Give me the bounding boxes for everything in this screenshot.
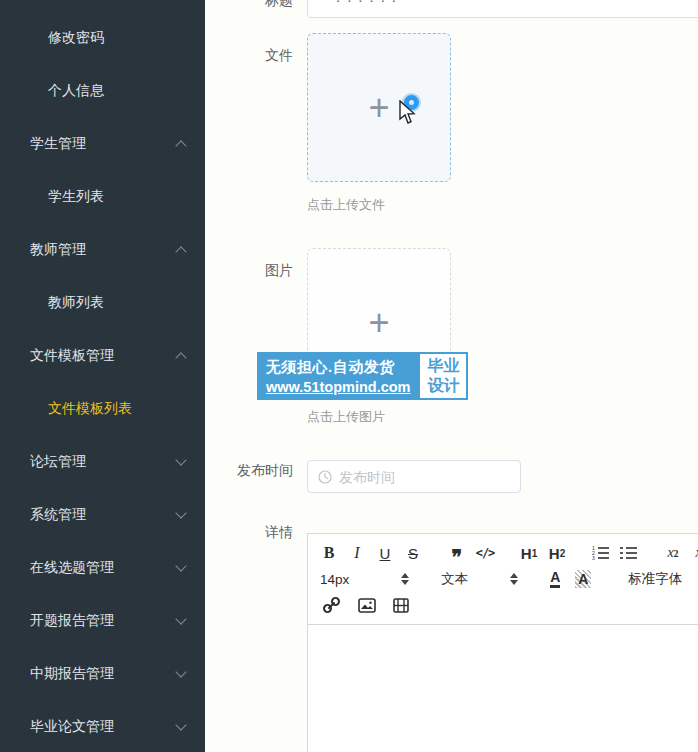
- sidebar-item-label: 中期报告管理: [30, 665, 114, 683]
- ordered-list-button[interactable]: 123: [590, 541, 612, 565]
- plus-icon: +: [368, 305, 389, 341]
- detail-label: 详情: [205, 524, 293, 542]
- chevron-down-icon: [175, 507, 186, 518]
- rich-text-editor: B I U S ❞ </> H1 H2 123: [307, 533, 698, 752]
- title-input-value: ......: [308, 0, 403, 5]
- font-color-letter: A: [550, 570, 560, 588]
- background-color-letter: A: [575, 570, 591, 588]
- bold-button[interactable]: B: [318, 541, 340, 565]
- chevron-up-icon: [175, 352, 186, 363]
- chevron-up-icon: [175, 140, 186, 151]
- publish-time-input[interactable]: [339, 469, 499, 485]
- sidebar-item-label: 文件模板管理: [30, 347, 114, 365]
- chevron-down-icon: [175, 666, 186, 677]
- sidebar-item-forum-management[interactable]: 论坛管理: [0, 435, 205, 488]
- text-style-stepper[interactable]: [510, 573, 518, 585]
- font-color-button[interactable]: A: [544, 567, 566, 591]
- sidebar-item-student-list[interactable]: 学生列表: [0, 170, 205, 223]
- toolbar-row-3: [318, 592, 698, 618]
- sidebar-item-file-template-list[interactable]: 文件模板列表: [0, 382, 205, 435]
- heading1-button[interactable]: H1: [518, 541, 540, 565]
- link-icon: [323, 597, 340, 614]
- publish-time-label: 发布时间: [205, 462, 293, 480]
- sidebar-item-opening-report-management[interactable]: 开题报告管理: [0, 594, 205, 647]
- unordered-list-button[interactable]: [618, 541, 640, 565]
- superscript-button[interactable]: x2: [690, 541, 698, 565]
- sidebar-item-system-management[interactable]: 系统管理: [0, 488, 205, 541]
- sidebar-item-personal-info[interactable]: 个人信息: [0, 64, 205, 117]
- subscript-button[interactable]: x2: [662, 541, 684, 565]
- image-label: 图片: [205, 262, 293, 280]
- insert-image-button[interactable]: [356, 593, 378, 617]
- sidebar-item-online-topic-management[interactable]: 在线选题管理: [0, 541, 205, 594]
- clock-icon: [318, 470, 332, 484]
- watermark-banner: 无须担心.自动发货 www.51topmind.com 毕业 设计: [257, 352, 468, 400]
- heading1-sub: 1: [532, 548, 538, 559]
- sidebar-item-label: 系统管理: [30, 506, 86, 524]
- toolbar-row-1: B I U S ❞ </> H1 H2 123: [318, 540, 698, 566]
- watermark-url: www.51topmind.com: [266, 379, 410, 395]
- chevron-down-icon: [175, 454, 186, 465]
- italic-button[interactable]: I: [346, 541, 368, 565]
- toolbar-row-2: 14px 文本 A A 标准字体: [318, 566, 698, 592]
- title-input[interactable]: ......: [307, 0, 698, 18]
- stepper-up-icon: [401, 573, 409, 578]
- watermark-text-block: 无须担心.自动发货 www.51topmind.com: [257, 352, 418, 400]
- strikethrough-button[interactable]: S: [402, 541, 424, 565]
- editor-toolbar: B I U S ❞ </> H1 H2 123: [308, 534, 698, 625]
- insert-link-button[interactable]: [320, 593, 342, 617]
- font-size-select[interactable]: 14px: [320, 572, 349, 587]
- sidebar-item-label: 修改密码: [48, 29, 104, 47]
- watermark-badge-line: 毕业: [427, 356, 459, 376]
- chevron-down-icon: [175, 613, 186, 624]
- mouse-cursor-icon: [398, 100, 418, 126]
- text-style-select[interactable]: 文本: [441, 570, 468, 588]
- font-size-stepper[interactable]: [401, 573, 409, 585]
- font-family-select[interactable]: 标准字体: [628, 570, 682, 588]
- sidebar-item-label: 论坛管理: [30, 453, 86, 471]
- file-label: 文件: [205, 47, 293, 65]
- sidebar-item-teacher-list[interactable]: 教师列表: [0, 276, 205, 329]
- watermark-badge: 毕业 设计: [418, 352, 468, 400]
- insert-video-button[interactable]: [390, 593, 412, 617]
- chevron-down-icon: [175, 719, 186, 730]
- sidebar-item-label: 学生管理: [30, 135, 86, 153]
- underline-button[interactable]: U: [374, 541, 396, 565]
- heading2-sub: 2: [560, 548, 566, 559]
- background-color-button[interactable]: A: [572, 567, 594, 591]
- sidebar-item-graduation-thesis-management[interactable]: 毕业论文管理: [0, 700, 205, 752]
- image-upload-hint: 点击上传图片: [307, 408, 385, 426]
- sidebar-item-teacher-management[interactable]: 教师管理: [0, 223, 205, 276]
- sidebar-item-student-management[interactable]: 学生管理: [0, 117, 205, 170]
- sidebar-item-midterm-report-management[interactable]: 中期报告管理: [0, 647, 205, 700]
- sidebar-item-label: 文件模板列表: [48, 400, 132, 418]
- file-upload-dropzone[interactable]: +: [307, 33, 451, 182]
- watermark-slogan: 无须担心.自动发货: [266, 358, 410, 377]
- title-label: 标题: [205, 0, 293, 10]
- sidebar-item-label: 教师管理: [30, 241, 86, 259]
- main-content: 标题 ...... 文件 + 点击上传文件 图片 + 点击上传图片 无须担心.自…: [205, 0, 698, 752]
- sidebar-item-label: 学生列表: [48, 188, 104, 206]
- sidebar-item-label: 在线选题管理: [30, 559, 114, 577]
- stepper-up-icon: [510, 573, 518, 578]
- sidebar-item-label: 开题报告管理: [30, 612, 114, 630]
- blockquote-button[interactable]: ❞: [446, 541, 468, 565]
- video-icon: [393, 598, 409, 613]
- editor-content-area[interactable]: [308, 625, 698, 752]
- stepper-down-icon: [510, 580, 518, 585]
- sidebar-item-change-password[interactable]: 修改密码: [0, 11, 205, 64]
- publish-time-picker[interactable]: [307, 460, 521, 493]
- subscript-mark: 2: [674, 548, 679, 559]
- code-block-button[interactable]: </>: [474, 541, 496, 565]
- watermark-badge-line: 设计: [427, 376, 459, 396]
- plus-icon: +: [368, 90, 389, 126]
- sidebar-item-label: 毕业论文管理: [30, 718, 114, 736]
- heading2-button[interactable]: H2: [546, 541, 568, 565]
- stepper-down-icon: [401, 580, 409, 585]
- chevron-down-icon: [175, 560, 186, 571]
- sidebar-item-file-template-management[interactable]: 文件模板管理: [0, 329, 205, 382]
- chevron-up-icon: [175, 246, 186, 257]
- app-window: 修改密码 个人信息 学生管理 学生列表 教师管理 教师列表 文件模板管理 文件模…: [0, 0, 698, 752]
- file-upload-hint: 点击上传文件: [307, 196, 385, 214]
- heading2-label: H: [549, 545, 560, 562]
